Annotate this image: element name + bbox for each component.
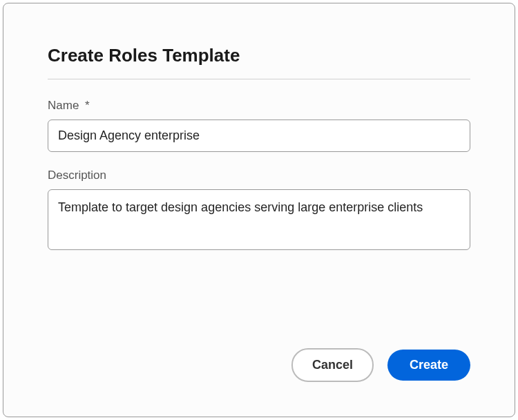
- name-label: Name *: [48, 99, 470, 113]
- dialog-title: Create Roles Template: [48, 45, 470, 66]
- description-input[interactable]: Template to target design agencies servi…: [48, 189, 470, 250]
- required-asterisk-icon: *: [85, 99, 90, 112]
- cancel-button[interactable]: Cancel: [291, 348, 374, 382]
- description-label: Description: [48, 169, 470, 182]
- create-roles-template-dialog: Create Roles Template Name * Description…: [3, 3, 515, 417]
- name-field-group: Name *: [48, 99, 470, 152]
- name-label-text: Name: [48, 99, 79, 112]
- name-input[interactable]: [48, 120, 470, 152]
- dialog-button-row: Cancel Create: [291, 348, 470, 382]
- divider: [48, 79, 470, 79]
- create-button[interactable]: Create: [387, 350, 470, 381]
- description-field-group: Description Template to target design ag…: [48, 169, 470, 253]
